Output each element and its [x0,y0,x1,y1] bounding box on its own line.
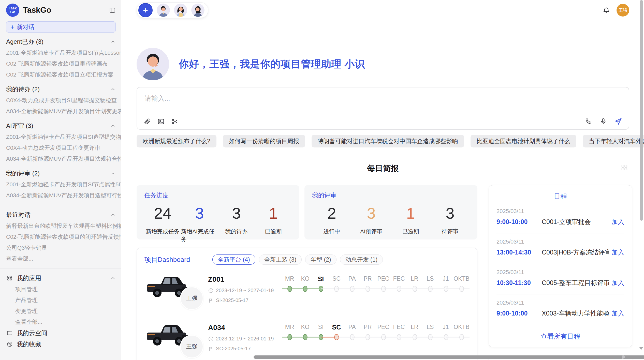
join-meeting-link[interactable]: 加入 [612,279,624,287]
sidebar-conversation-item[interactable]: Z001-全新燃油皮卡产品开发项目SI节点Lesson Learn报告 [0,47,121,58]
chat-input-placeholder: 请输入... [145,94,170,103]
add-agent-button[interactable]: + [138,3,153,17]
app-title: TaskGo [23,6,106,15]
schedule-date: 2025/03/11 [496,299,624,306]
chevron-up-icon[interactable] [110,86,116,92]
briefing-left-column: 任务进度24新增完成任务3新增AI完成任务3我的待办1已逾期我的评审2进行中3A… [137,185,477,360]
schedule-item[interactable]: 2025/03/119:00-10:00C001-立项审批会加入 [496,203,624,233]
sidebar-section-header[interactable]: 我的评审 (2) [0,168,121,179]
sidebar-sections: Agent已办 (3)Z001-全新燃油皮卡产品开发项目SI节点Lesson L… [0,36,121,201]
sidebar-section-header[interactable]: Agent已办 (3) [0,36,121,47]
suggestion-chip[interactable]: 如何写一份清晰的项目周报 [223,135,305,147]
sidebar-section-title: 我的待办 (2) [6,85,40,93]
chat-input-box[interactable]: 请输入... [137,87,629,130]
composer-right-icons [585,117,622,125]
sidebar-conversation-item[interactable]: C02-飞腾新能源轻客改款项目立项汇报方案 [0,69,121,80]
schedule-item[interactable]: 2025/03/119:00-10:00X003-车辆动力学性能验...加入 [496,294,624,325]
join-meeting-link[interactable]: 加入 [612,309,624,318]
recent-chat-item[interactable]: 解释最新出台的欧盟报废车法规再生塑料比例被调至15%... [0,220,121,231]
join-meeting-link[interactable]: 加入 [612,218,624,226]
microphone-icon[interactable] [600,118,607,125]
project-code: A034 [208,324,282,332]
dashboard-tab[interactable]: 动总开发 (1) [340,254,383,265]
milestone-label: LS [422,275,438,283]
sidebar-section-title: 我的评审 (2) [6,169,40,177]
layout-grid-icon[interactable] [621,164,628,171]
project-row[interactable]: 王强Z0012023-12-19 ~ 2027-01-19SI-2025-05-… [144,275,470,313]
stat-label: AI预评审 [360,228,382,235]
recent-chat-item[interactable]: 公司Q3轻卡销量 [0,242,121,253]
view-all-schedule-link[interactable]: 查看所有日程 [496,332,624,341]
sidebar-conversation-item[interactable]: A034-全新新能源MUV产品开发项目造型可行性评审 [0,190,121,201]
chevron-up-icon[interactable] [110,212,116,218]
chevron-up-icon[interactable] [110,123,116,129]
stat-value: 3 [367,204,375,223]
sidebar-section-header[interactable]: AI评审 (3) [0,120,121,131]
suggestion-chip[interactable]: 比亚迪全固态电池计划具体说了什么 [471,135,576,147]
new-chat-button[interactable]: + 新对话 [6,21,116,33]
horizontal-scrollbar[interactable] [254,355,644,359]
project-flag-milestone: SI-2025-05-17 [208,297,282,303]
milestone-label: PR [360,324,375,331]
agent-avatar-2[interactable] [174,4,187,17]
chevron-up-icon[interactable] [110,39,116,44]
schedule-item[interactable]: 2025/03/1110:30-11:30C005-整车工程目标评审加入 [496,264,624,294]
schedule-item[interactable]: 2025/03/1113:00-14:30C003|H0B-方案冻结评审加入 [496,233,624,264]
dashboard-tab[interactable]: 全新平台 (4) [212,254,255,265]
topbar: + 王强 [137,2,629,18]
attachment-icon[interactable] [144,118,151,125]
scroll-down-arrow-icon[interactable] [639,347,643,350]
sidebar-app-item[interactable]: 产品管理 [0,295,121,306]
sidebar-conversation-item[interactable]: Z001-全新燃油轻卡产品开发项目SI造型提交物评审 [0,131,121,142]
chevron-up-icon[interactable] [110,275,116,281]
scissors-icon[interactable] [171,118,178,125]
sidebar-conversation-item[interactable]: Z001-全新燃油轻卡产品开发项目SI节点属性5D文件评审 [0,179,121,190]
folder-icon [7,330,13,336]
schedule-date: 2025/03/11 [496,238,624,245]
chevron-up-icon[interactable] [110,171,116,176]
suggestion-chip[interactable]: 特朗普可能对进口汽车增税会对中国车企造成哪些影响 [312,135,464,147]
send-icon[interactable] [614,117,622,125]
sidebar-item-favorites[interactable]: 我的收藏 [0,339,121,350]
notification-bell-icon[interactable] [603,7,610,14]
agent-avatar-1[interactable] [157,4,170,17]
sidebar-conversation-item[interactable]: C0X4-动力总成开发项目工程变更评审 [0,142,121,153]
dashboard-tab[interactable]: 全新上装 (3) [259,254,302,265]
sidebar-app-item[interactable]: 查看全部... [0,317,121,327]
sidebar-app-item[interactable]: 项目管理 [0,284,121,295]
vertical-scrollbar[interactable] [640,0,643,221]
recent-chat-item[interactable]: C02-飞腾新能源轻客改款项目的闭环通告反馈情况 [0,231,121,242]
recent-chat-item[interactable]: 查看全部... [0,253,121,264]
image-icon[interactable] [157,118,165,125]
user-avatar[interactable]: 王强 [617,4,629,17]
sidebar-app-item[interactable]: 变更管理 [0,306,121,317]
sidebar-item-my-apps[interactable]: 我的应用 [0,273,121,284]
sidebar-conversation-item[interactable]: A034-全新新能源MUV产品开发项目法规符合性评审 [0,153,121,164]
sidebar-conversation-item[interactable]: C02-飞腾新能源轻客改款项目里程碑画布 [0,58,121,69]
milestone-label: PA [344,275,360,283]
sidebar-item-cloud-space[interactable]: 我的云空间 [0,327,121,339]
sidebar-section-header[interactable]: 我的待办 (2) [0,84,121,95]
project-row[interactable]: 王强A0342023-12-19 ~ 2026-01-19SC-2025-05-… [144,323,470,360]
sidebar-collapse-icon[interactable] [109,7,116,13]
flag-icon [208,346,214,352]
assistant-greeting: 你好，王强，我是你的项目管理助理 小识 [137,48,629,80]
phone-icon[interactable] [585,118,592,125]
suggestion-chip[interactable]: 欧洲新规最近颁布了什么? [137,135,216,147]
topbar-right: 王强 [603,4,629,17]
sidebar-section-header[interactable]: 最近对话 [0,209,121,220]
schedule-list: 2025/03/119:00-10:00C001-立项审批会加入2025/03/… [496,203,624,325]
sidebar-item-ai-super-staff[interactable]: AI超级员工 [0,358,121,360]
scroll-right-arrow-icon[interactable] [622,355,626,359]
suggestion-chip[interactable]: 当下年轻人对汽车外观有怎样的喜好趋势 [583,135,644,147]
sidebar-conversation-item[interactable]: A034-全新新能源MUV产品开发项目计划变更表编写 [0,106,121,117]
logo-line1: Task [9,6,17,10]
recent-chats-title: 最近对话 [6,211,31,219]
agent-avatar-3[interactable] [191,4,204,17]
join-meeting-link[interactable]: 加入 [612,248,624,257]
stat-label: 待评审 [442,228,459,235]
dashboard-tab[interactable]: 年型 (2) [305,254,336,265]
sidebar-conversation-item[interactable]: C0X4-动力总成开发项目SI里程碑提交物检查 [0,95,121,106]
sidebar-section: 我的待办 (2)C0X4-动力总成开发项目SI里程碑提交物检查A034-全新新能… [0,84,121,117]
dashboard-tabs: 全新平台 (4)全新上装 (3)年型 (2)动总开发 (1) [212,254,383,265]
